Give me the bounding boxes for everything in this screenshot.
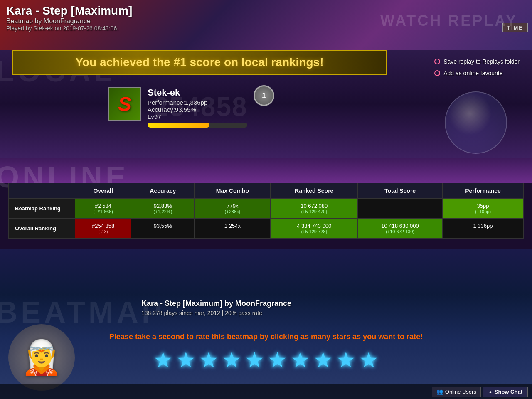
globe-decoration [445, 91, 507, 154]
overall-performance-sub: - [446, 229, 520, 234]
overall-accuracy: 93,55% - [131, 219, 195, 239]
beatmap-accuracy: 92,83% (+1,22%) [131, 199, 195, 219]
col-header-accuracy: Accuracy [131, 183, 195, 199]
beatmap-credit: Beatmap by MoonFragrance [6, 17, 132, 25]
beatmap-max-combo-value: 779x [198, 203, 267, 209]
star-8[interactable]: ★ [313, 347, 333, 372]
beatmap-ranked-score: 10 672 080 (+5 129 470) [271, 199, 358, 219]
overall-overall-sub: (-#3) [79, 229, 128, 234]
show-chat-button[interactable]: ▲ Show Chat [483, 387, 528, 397]
achievement-text: You achieved the #1 score on local ranki… [75, 56, 323, 69]
watch-replay-area: WATCH REPLAY [366, 0, 532, 42]
beatmap-ranked-score-sub: (+5 129 470) [274, 209, 354, 214]
beatmap-overall: #2 584 (+#1 666) [75, 199, 131, 219]
beatmap-stats: 138 278 plays since mar, 2012 | 20% pass… [141, 310, 291, 316]
beatmap-accuracy-value: 92,83% [135, 203, 191, 209]
beatmap-performance-value: 35pp [446, 203, 520, 209]
overall-performance-value: 1 336pp [446, 223, 520, 229]
player-level: Lv97 [148, 113, 283, 120]
add-favourite-label: Add as online favourite [443, 70, 502, 76]
overall-ranking-row: Overall Ranking #254 858 (-#3) 93,55% - … [9, 219, 524, 239]
show-chat-arrow-icon: ▲ [488, 389, 493, 394]
col-header-overall: Overall [75, 183, 131, 199]
mascot-figure: 🧝 [21, 338, 62, 377]
player-level-bar-bg [148, 123, 247, 128]
star-2[interactable]: ★ [176, 347, 196, 372]
star-10[interactable]: ★ [359, 347, 379, 372]
rank-badge: 1 [254, 85, 274, 106]
player-accuracy: Accuracy:93.55% [148, 106, 283, 113]
avatar-icon: S [118, 93, 131, 116]
mascot-circle: 🧝 [8, 324, 75, 391]
beatmap-overall-sub: (+#1 666) [79, 209, 128, 214]
side-options: Save replay to Replays folder Add as onl… [434, 58, 520, 81]
overall-ranked-score-sub: (+5 129 728) [274, 229, 354, 234]
beatmap-overall-value: #2 584 [79, 203, 128, 209]
beatmap-accuracy-sub: (+1,22%) [135, 209, 191, 214]
header: Kara - Step [Maximum] Beatmap by MoonFra… [0, 0, 138, 36]
star-3[interactable]: ★ [199, 347, 219, 372]
col-header-performance: Performance [443, 183, 524, 199]
watch-replay-text: WATCH REPLAY [380, 12, 517, 30]
star-1[interactable]: ★ [153, 347, 173, 372]
beatmap-total-score: - [358, 199, 443, 219]
overall-ranked-score-value: 4 334 743 000 [274, 223, 354, 229]
overall-total-score: 10 418 630 000 (+10 672 130) [358, 219, 443, 239]
beatmap-max-combo: 779x (+238x) [195, 199, 271, 219]
globe-lines [446, 92, 506, 153]
beatmap-performance-sub: (+10pp) [446, 209, 520, 214]
beatmap-info: Kara - Step [Maximum] by MoonFragrance 1… [141, 299, 291, 316]
beatmap-max-combo-sub: (+238x) [198, 209, 267, 214]
col-header-max-combo: Max Combo [195, 183, 271, 199]
player-avatar: S [108, 87, 141, 121]
col-header-label [9, 183, 75, 199]
save-replay-label: Save replay to Replays folder [443, 58, 520, 65]
save-replay-option[interactable]: Save replay to Replays folder [434, 58, 520, 65]
star-7[interactable]: ★ [291, 347, 310, 372]
beatmap-ranking-row: Beatmap Ranking #2 584 (+#1 666) 92,83% … [9, 199, 524, 219]
online-users-label: Online Users [445, 389, 476, 395]
add-favourite-radio[interactable] [434, 70, 440, 76]
overall-accuracy-sub: - [135, 229, 191, 234]
beatmap-title: Kara - Step [Maximum] by MoonFragrance [141, 299, 291, 308]
overall-overall: #254 858 (-#3) [75, 219, 131, 239]
play-date: Played by Stek-ek on 2019-07-26 08:43:06… [6, 25, 132, 32]
online-users-button[interactable]: 👥 Online Users [432, 387, 481, 397]
beatmap-performance: 35pp (+10pp) [443, 199, 524, 219]
show-chat-label: Show Chat [495, 389, 522, 395]
overall-max-combo: 1 254x - [195, 219, 271, 239]
online-users-icon: 👥 [436, 389, 443, 395]
overall-overall-value: #254 858 [79, 223, 128, 229]
overall-max-combo-value: 1 254x [198, 223, 267, 229]
col-header-ranked-score: Ranked Score [271, 183, 358, 199]
overall-max-combo-sub: - [198, 229, 267, 234]
overall-accuracy-value: 93,55% [135, 223, 191, 229]
beatmap-ranking-label: Beatmap Ranking [9, 199, 75, 219]
overall-ranked-score: 4 334 743 000 (+5 129 728) [271, 219, 358, 239]
star-6[interactable]: ★ [268, 347, 287, 372]
table-header-row: Overall Accuracy Max Combo Ranked Score … [9, 183, 524, 199]
bottom-bar: 👥 Online Users ▲ Show Chat [0, 384, 532, 399]
col-header-total-score: Total Score [358, 183, 443, 199]
star-4[interactable]: ★ [222, 347, 241, 372]
star-5[interactable]: ★ [245, 347, 264, 372]
add-favourite-option[interactable]: Add as online favourite [434, 70, 520, 76]
song-title: Kara - Step [Maximum] [6, 4, 132, 17]
save-replay-radio[interactable] [434, 59, 440, 64]
overall-total-score-value: 10 418 630 000 [361, 223, 439, 229]
overall-total-score-sub: (+10 672 130) [361, 229, 439, 234]
star-9[interactable]: ★ [336, 347, 356, 372]
achievement-banner: You achieved the #1 score on local ranki… [12, 50, 387, 75]
beatmap-ranked-score-value: 10 672 080 [274, 203, 354, 209]
overall-ranking-label: Overall Ranking [9, 219, 75, 239]
player-level-bar-fill [148, 123, 209, 128]
rankings-table: Overall Accuracy Max Combo Ranked Score … [8, 183, 524, 239]
rankings-section: Overall Accuracy Max Combo Ranked Score … [0, 183, 532, 239]
overall-performance: 1 336pp - [443, 219, 524, 239]
